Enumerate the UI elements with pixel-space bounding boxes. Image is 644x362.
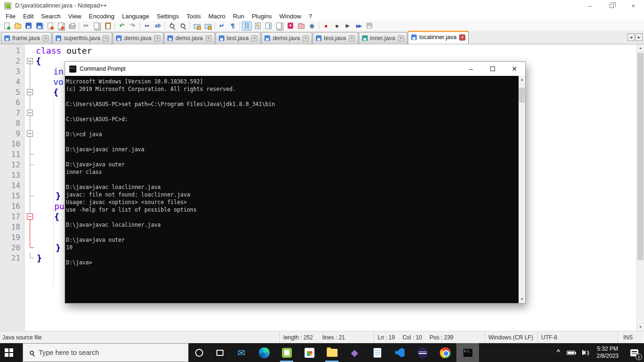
taskbar-file-explorer[interactable] bbox=[321, 343, 343, 362]
menu-item-encoding[interactable]: Encoding bbox=[85, 12, 118, 21]
taskbar-notepad[interactable] bbox=[366, 343, 388, 362]
battery-icon[interactable] bbox=[564, 343, 578, 362]
document-list-icon[interactable] bbox=[274, 21, 284, 31]
taskbar-eclipse[interactable] bbox=[411, 343, 434, 362]
terminal-scrollbar[interactable]: ▲ ▼ bbox=[519, 76, 525, 303]
paste-icon[interactable] bbox=[103, 21, 113, 31]
menu-item-settings[interactable]: Settings bbox=[153, 12, 183, 21]
task-view-button[interactable] bbox=[209, 343, 230, 362]
print-icon[interactable] bbox=[67, 21, 77, 31]
start-button[interactable] bbox=[0, 343, 23, 362]
editor-scrollbar[interactable]: ▲ ▼ bbox=[636, 44, 644, 331]
tab-scroll-left-button[interactable]: ◄ bbox=[627, 33, 635, 41]
view-eye-icon[interactable]: ◉ bbox=[307, 21, 317, 31]
word-wrap-icon[interactable]: ↵ bbox=[217, 21, 227, 31]
tray-expand-chevron-icon[interactable]: ^ bbox=[552, 343, 564, 362]
indent-guide-icon[interactable] bbox=[242, 21, 252, 31]
tab-close-icon[interactable]: × bbox=[206, 35, 212, 41]
taskbar-command-prompt[interactable] bbox=[456, 343, 479, 362]
terminal-scrollbar-thumb[interactable] bbox=[519, 88, 525, 103]
fold-margin-cell[interactable] bbox=[25, 56, 36, 66]
action-center-button[interactable]: 1 bbox=[624, 343, 644, 362]
menu-item-language[interactable]: Language bbox=[118, 12, 153, 21]
taskbar-notepad-plus-plus[interactable] bbox=[275, 343, 298, 362]
minimize-button[interactable]: – bbox=[579, 0, 601, 11]
document-map-icon[interactable] bbox=[264, 21, 273, 31]
tab-scroll-right-button[interactable]: ► bbox=[636, 33, 643, 41]
replace-icon[interactable]: ab bbox=[153, 21, 163, 31]
scroll-down-arrow-icon[interactable]: ▼ bbox=[637, 323, 644, 331]
editor-scrollbar-thumb[interactable] bbox=[637, 53, 644, 260]
tab-close-icon[interactable]: × bbox=[103, 35, 109, 41]
macro-save-icon[interactable] bbox=[364, 21, 374, 31]
menu-item-run[interactable]: Run bbox=[229, 12, 248, 21]
define-language-icon[interactable] bbox=[285, 21, 295, 31]
taskbar-chrome[interactable] bbox=[434, 343, 456, 362]
menu-item-window[interactable]: Window bbox=[276, 12, 305, 21]
tab-close-icon[interactable]: × bbox=[303, 35, 309, 41]
sync-horizontal-scrolling-icon[interactable] bbox=[203, 21, 213, 31]
tab-close-icon[interactable]: × bbox=[154, 35, 160, 41]
close-all-icon[interactable] bbox=[56, 21, 66, 31]
fold-margin-cell[interactable] bbox=[25, 128, 36, 139]
tab-inner-java-7[interactable]: inner.java× bbox=[359, 32, 408, 44]
save-all-icon[interactable] bbox=[34, 21, 44, 31]
undo-icon[interactable]: ↶ bbox=[117, 21, 127, 31]
menu-item-macro[interactable]: Macro bbox=[205, 12, 229, 21]
taskbar-vscode[interactable] bbox=[388, 343, 411, 362]
cmd-maximize-button[interactable] bbox=[482, 62, 504, 76]
scroll-up-arrow-icon[interactable]: ▲ bbox=[637, 44, 644, 52]
new-file-icon[interactable] bbox=[2, 21, 12, 31]
fold-margin-cell[interactable] bbox=[25, 87, 36, 97]
cmd-close-button[interactable]: ✕ bbox=[504, 62, 525, 76]
restore-button[interactable] bbox=[601, 0, 622, 11]
fold-margin-cell[interactable] bbox=[25, 211, 36, 222]
save-icon[interactable] bbox=[24, 21, 33, 31]
macro-stop-icon[interactable]: ■ bbox=[332, 21, 342, 31]
tab-close-icon[interactable]: × bbox=[251, 35, 257, 41]
tab-localinner-java-8[interactable]: localinner.java× bbox=[408, 31, 469, 44]
cmd-minimize-button[interactable]: – bbox=[460, 62, 482, 76]
scroll-down-arrow-icon[interactable]: ▼ bbox=[519, 296, 525, 303]
terminal-output[interactable]: Microsoft Windows [Version 10.0.18363.59… bbox=[65, 76, 519, 303]
taskbar-microsoft-store[interactable] bbox=[298, 343, 321, 362]
menu-item-edit[interactable]: Edit bbox=[19, 12, 37, 21]
taskbar-visual-studio[interactable]: ◆ bbox=[343, 343, 366, 362]
title-bar[interactable]: D:\java\localinner.java - Notepad++ – × bbox=[0, 0, 644, 11]
function-list-icon[interactable] bbox=[253, 21, 263, 31]
scroll-up-arrow-icon[interactable]: ▲ bbox=[519, 76, 525, 83]
tab-test-java-4[interactable]: test.java× bbox=[215, 32, 261, 44]
tab-frame-java-0[interactable]: frame.java× bbox=[1, 32, 52, 44]
tab-close-icon[interactable]: × bbox=[398, 35, 404, 41]
fold-margin-cell[interactable] bbox=[25, 107, 36, 118]
menu-item-view[interactable]: View bbox=[65, 12, 85, 21]
sync-vertical-scrolling-icon[interactable] bbox=[192, 21, 202, 31]
macro-record-icon[interactable]: ● bbox=[321, 21, 331, 31]
open-file-icon[interactable] bbox=[13, 21, 23, 31]
taskbar-clock[interactable]: 5:32 PM 2/8/2023 bbox=[592, 346, 624, 360]
close-file-icon[interactable] bbox=[45, 21, 55, 31]
tab-demo-java-2[interactable]: demo.java× bbox=[113, 32, 164, 44]
tab-demo-java-3[interactable]: demo.java× bbox=[164, 32, 215, 44]
copy-icon[interactable] bbox=[92, 21, 102, 31]
command-prompt-title-bar[interactable]: Command Prompt – ✕ bbox=[65, 62, 525, 76]
volume-icon[interactable]: )) bbox=[578, 343, 592, 362]
menu-item-[interactable]: ? bbox=[305, 12, 316, 21]
menu-item-search[interactable]: Search bbox=[37, 12, 64, 21]
cortana-button[interactable] bbox=[189, 343, 209, 362]
macro-run-multiple-icon[interactable]: ▶▶ bbox=[354, 21, 363, 31]
macro-play-icon[interactable]: ▶ bbox=[343, 21, 353, 31]
show-all-characters-icon[interactable]: ¶ bbox=[228, 21, 238, 31]
tab-demo-java-5[interactable]: demo.java× bbox=[261, 32, 312, 44]
folder-as-workspace-icon[interactable] bbox=[296, 21, 306, 31]
zoom-out-icon[interactable]: − bbox=[178, 21, 188, 31]
tab-close-icon[interactable]: × bbox=[349, 35, 355, 41]
taskbar-edge[interactable] bbox=[253, 343, 275, 362]
tab-close-icon[interactable]: × bbox=[459, 34, 465, 41]
tab-close-icon[interactable]: × bbox=[42, 35, 49, 41]
taskbar-mail[interactable]: ✉ bbox=[230, 343, 253, 362]
menu-item-tools[interactable]: Tools bbox=[183, 12, 205, 21]
tab-superthis-java-1[interactable]: superthis.java× bbox=[52, 32, 112, 44]
menu-item-plugins[interactable]: Plugins bbox=[248, 12, 276, 21]
taskbar-search-input[interactable]: Type here to search bbox=[23, 343, 189, 362]
